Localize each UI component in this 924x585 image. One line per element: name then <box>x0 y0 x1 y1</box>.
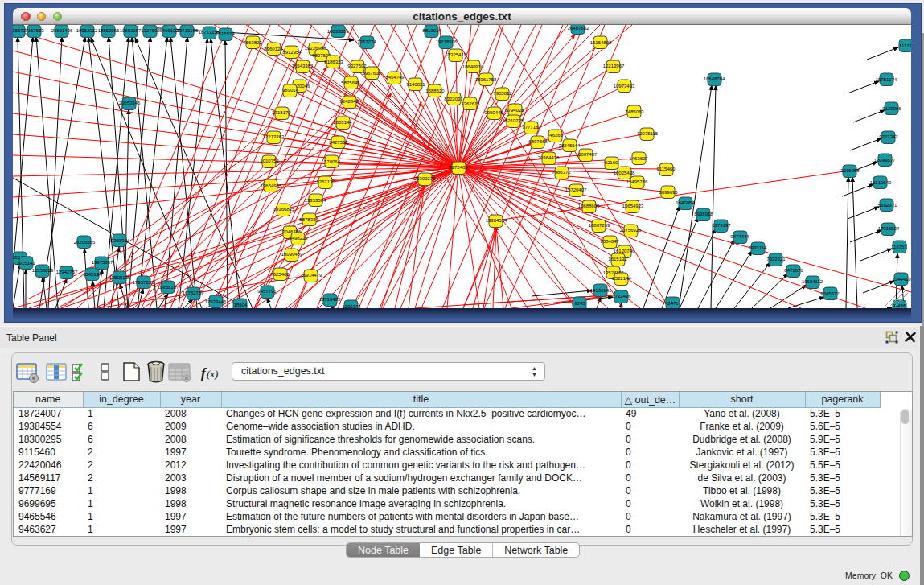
svg-text:2522144: 2522144 <box>612 276 631 281</box>
svg-text:10653267: 10653267 <box>120 28 142 33</box>
svg-text:20364436: 20364436 <box>538 155 560 160</box>
svg-text:10654112: 10654112 <box>802 279 823 284</box>
svg-text:5875645: 5875645 <box>341 80 360 85</box>
svg-text:10025438: 10025438 <box>614 171 635 175</box>
svg-text:1640954: 1640954 <box>676 200 695 205</box>
svg-text:10952912: 10952912 <box>76 28 98 33</box>
svg-text:12213383: 12213383 <box>263 134 285 139</box>
svg-text:10210643: 10210643 <box>870 180 892 185</box>
svg-text:7663822: 7663822 <box>243 40 262 45</box>
svg-text:8471676: 8471676 <box>784 268 803 273</box>
svg-text:62160: 62160 <box>605 160 618 165</box>
svg-text:20691406: 20691406 <box>51 28 73 33</box>
svg-text:3915141: 3915141 <box>16 261 35 266</box>
svg-text:3267130: 3267130 <box>316 179 335 184</box>
svg-text:6379197: 6379197 <box>712 223 731 228</box>
svg-text:18852965: 18852965 <box>98 28 120 33</box>
svg-text:7625402: 7625402 <box>270 272 290 277</box>
svg-text:13716485: 13716485 <box>319 297 341 302</box>
svg-text:989014: 989014 <box>282 88 299 93</box>
svg-text:7357274: 7357274 <box>357 39 376 44</box>
svg-text:9129966: 9129966 <box>882 106 901 111</box>
svg-text:15495756: 15495756 <box>626 179 648 184</box>
svg-text:1010753: 1010753 <box>260 159 279 163</box>
svg-text:15720407: 15720407 <box>565 187 587 192</box>
svg-text:2967608: 2967608 <box>362 71 381 76</box>
svg-text:20053346: 20053346 <box>119 101 141 105</box>
svg-text:12213967: 12213967 <box>603 64 625 68</box>
svg-text:16961758: 16961758 <box>475 77 497 82</box>
svg-text:(x): (x) <box>207 368 218 380</box>
svg-text:3215958: 3215958 <box>840 168 860 173</box>
svg-text:12505135: 12505135 <box>109 275 131 280</box>
svg-text:9245632: 9245632 <box>820 291 840 296</box>
svg-text:1615132: 1615132 <box>608 257 627 262</box>
svg-text:12093877: 12093877 <box>874 158 896 163</box>
svg-text:8454749: 8454749 <box>385 75 405 80</box>
svg-text:13353584: 13353584 <box>305 198 326 203</box>
svg-text:16154808: 16154808 <box>590 40 612 45</box>
svg-text:17016504: 17016504 <box>878 226 900 231</box>
svg-text:9245: 9245 <box>574 301 585 306</box>
svg-text:9272409: 9272409 <box>449 165 468 170</box>
svg-text:7955812: 7955812 <box>493 91 512 96</box>
svg-text:9457791: 9457791 <box>257 289 277 294</box>
svg-text:11325419: 11325419 <box>446 52 467 57</box>
svg-text:19654985: 19654985 <box>261 183 282 188</box>
svg-text:5498222: 5498222 <box>289 236 308 241</box>
svg-text:16033809: 16033809 <box>327 29 349 34</box>
svg-text:8938918: 8938918 <box>694 212 713 216</box>
svg-text:8912954: 8912954 <box>282 50 302 55</box>
svg-text:1733426: 1733426 <box>612 294 631 299</box>
svg-text:16782759: 16782759 <box>183 290 204 295</box>
svg-text:8960124: 8960124 <box>264 47 283 51</box>
svg-text:5878334: 5878334 <box>299 217 318 222</box>
svg-text:7515524: 7515524 <box>216 31 235 36</box>
svg-text:8813014: 8813014 <box>422 28 441 33</box>
svg-text:17359924: 17359924 <box>109 238 130 243</box>
svg-text:17957225: 17957225 <box>133 280 154 285</box>
svg-text:25300273: 25300273 <box>414 176 436 181</box>
svg-text:1145194: 1145194 <box>84 272 103 277</box>
svg-text:9242848: 9242848 <box>339 99 359 104</box>
svg-text:7485063: 7485063 <box>625 109 644 114</box>
svg-text:19975867: 19975867 <box>92 260 113 265</box>
svg-text:116753: 116753 <box>891 245 907 249</box>
svg-text:2933114: 2933114 <box>749 245 768 250</box>
svg-text:1327602: 1327602 <box>141 28 160 33</box>
svg-text:13654923: 13654923 <box>622 204 644 208</box>
svg-text:10719195: 10719195 <box>177 28 199 33</box>
svg-text:7157563: 7157563 <box>25 28 44 33</box>
svg-text:9227342: 9227342 <box>879 134 898 139</box>
svg-text:746266: 746266 <box>547 133 564 138</box>
svg-text:0699695: 0699695 <box>659 190 678 195</box>
svg-text:7632621: 7632621 <box>766 257 786 262</box>
svg-text:11122: 11122 <box>899 43 911 48</box>
svg-text:8186323: 8186323 <box>324 60 343 64</box>
svg-text:19958107: 19958107 <box>158 285 179 290</box>
svg-text:19166825: 19166825 <box>273 207 295 212</box>
svg-text:16648784: 16648784 <box>704 76 725 81</box>
svg-text:6897568: 6897568 <box>528 139 548 144</box>
svg-text:1588520: 1588520 <box>425 89 445 93</box>
svg-text:10688609: 10688609 <box>578 204 600 208</box>
svg-text:1244419: 1244419 <box>892 277 911 282</box>
svg-text:2803144: 2803144 <box>333 120 352 125</box>
svg-text:7986372: 7986372 <box>552 170 571 175</box>
svg-text:12942757: 12942757 <box>56 270 78 274</box>
svg-text:16210725: 16210725 <box>503 118 524 123</box>
svg-text:6794028: 6794028 <box>505 108 524 113</box>
svg-text:12923446: 12923446 <box>205 299 227 304</box>
svg-text:16120746: 16120746 <box>614 249 635 253</box>
svg-text:1463627: 1463627 <box>629 156 648 161</box>
svg-text:19384554: 19384554 <box>486 218 507 223</box>
svg-text:9777169: 9777169 <box>522 125 541 130</box>
svg-text:15692971: 15692971 <box>876 203 897 208</box>
svg-text:19218506: 19218506 <box>436 39 458 44</box>
svg-text:12156829: 12156829 <box>32 268 54 273</box>
svg-text:8471: 8471 <box>667 301 679 306</box>
svg-text:14136141: 14136141 <box>590 288 612 293</box>
svg-text:9474444: 9474444 <box>730 234 749 239</box>
svg-text:10973493: 10973493 <box>614 84 635 89</box>
svg-text:18904: 18904 <box>234 303 248 307</box>
